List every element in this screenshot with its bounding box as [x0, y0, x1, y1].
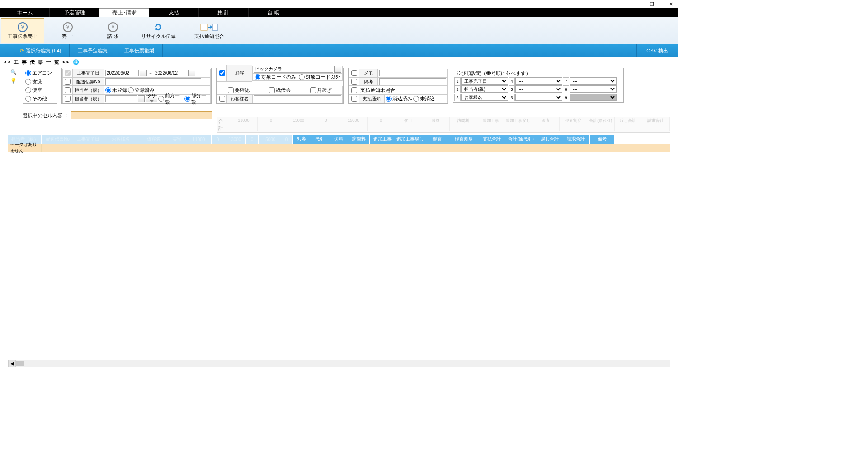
- radio-aircon[interactable]: エアコン: [24, 70, 52, 76]
- gh[interactable]: 追加工事: [370, 135, 395, 144]
- tab-payment[interactable]: 支払: [149, 8, 199, 17]
- tab-home[interactable]: ホーム: [0, 8, 50, 17]
- gh[interactable]: 合計(除代引): [505, 135, 537, 144]
- gh[interactable]: 請求合計: [562, 135, 590, 144]
- subtb-csv-export[interactable]: CSV 抽出: [636, 44, 678, 57]
- sum-cell: 追加工事: [477, 117, 505, 131]
- chk-staff-parent-reg[interactable]: [65, 87, 71, 93]
- input-custname[interactable]: [254, 95, 341, 102]
- lightbulb-icon[interactable]: 💡: [10, 78, 17, 84]
- gh[interactable]: 代引: [310, 135, 329, 144]
- yen-circle-icon: ¥: [108, 22, 118, 32]
- ribbon-recycle-slip[interactable]: リサイクル伝票: [137, 18, 180, 43]
- input-date-from[interactable]: [105, 70, 139, 76]
- subtb-duplicate-slip[interactable]: 工事伝票複製: [116, 44, 163, 57]
- gh[interactable]: 13000: [224, 135, 246, 144]
- chk-crossmonth[interactable]: 月跨ぎ: [310, 87, 332, 94]
- clear-button[interactable]: クリア: [146, 95, 157, 102]
- sort-7[interactable]: ---: [570, 77, 617, 85]
- sort-2[interactable]: 担当者(親): [461, 85, 508, 93]
- input-remarks[interactable]: [379, 78, 446, 85]
- chk-pay-notice[interactable]: [351, 96, 357, 102]
- scroll-thumb[interactable]: [16, 361, 24, 366]
- gh[interactable]: 工事完了日: [74, 135, 102, 144]
- chk-paper[interactable]: 紙伝票: [269, 87, 291, 94]
- chk-staff-parent-name[interactable]: [65, 96, 71, 102]
- gh[interactable]: 0: [246, 135, 259, 144]
- gh[interactable]: 0: [280, 135, 293, 144]
- window-close-button[interactable]: ✕: [665, 0, 676, 8]
- lbl-pay-notice: 支払通知: [359, 94, 384, 103]
- filter-date-group: 工事完了日 ⋯ ～ ⋯ 配送伝票No 担当者（親） 未登録 登録済み 担当者: [61, 68, 212, 104]
- radio-reconciled[interactable]: 消込済み: [386, 95, 412, 102]
- gh[interactable]: 配送伝票No: [42, 135, 74, 144]
- tab-aggregate[interactable]: 集 計: [199, 8, 249, 17]
- gh[interactable]: 訪問料: [348, 135, 370, 144]
- radio-unregistered[interactable]: 未登録: [105, 87, 127, 94]
- radio-target-except[interactable]: 対象コード以外: [299, 74, 340, 80]
- radio-prefix-match[interactable]: 前方一致: [158, 92, 183, 106]
- radio-target-only[interactable]: 対象コードのみ: [255, 74, 296, 80]
- subtb-edit-schedule[interactable]: 工事予定編集: [70, 44, 116, 57]
- sort-1[interactable]: 工事完了日: [461, 77, 508, 85]
- chk-completion-date[interactable]: [65, 70, 71, 76]
- sort-5[interactable]: ---: [515, 85, 562, 93]
- gh[interactable]: 11000: [186, 135, 212, 144]
- gh[interactable]: 実額: [168, 135, 186, 144]
- gh[interactable]: 現直: [425, 135, 449, 144]
- tab-schedule[interactable]: 予定管理: [50, 8, 99, 17]
- gh[interactable]: 追加工事戻し: [395, 135, 425, 144]
- window-maximize-button[interactable]: ❐: [646, 0, 657, 8]
- radio-toilet[interactable]: 便座: [24, 87, 42, 94]
- input-staff-parent[interactable]: [105, 95, 137, 102]
- staff-picker-button[interactable]: ⋯: [138, 95, 145, 102]
- sort-3[interactable]: お客様名: [461, 94, 508, 101]
- chk-remarks[interactable]: [351, 79, 357, 85]
- input-memo[interactable]: [379, 70, 446, 76]
- gh[interactable]: 送料: [329, 135, 348, 144]
- ribbon-sales[interactable]: ¥ 売 上: [46, 18, 90, 43]
- scroll-left-icon[interactable]: ◀: [9, 360, 16, 367]
- radio-other[interactable]: その他: [24, 95, 47, 102]
- sort-8[interactable]: ---: [570, 85, 617, 93]
- gh[interactable]: 備考: [590, 135, 615, 144]
- sum-cell: 戻し合計: [615, 117, 642, 131]
- globe-icon[interactable]: 🌐: [73, 59, 80, 65]
- gh[interactable]: 仮客名: [139, 135, 168, 144]
- date-picker-from-button[interactable]: ⋯: [140, 70, 147, 76]
- chk-memo[interactable]: [351, 70, 357, 76]
- customer-picker-button[interactable]: ⋯: [334, 66, 341, 73]
- gh[interactable]: 戻し合計: [537, 135, 562, 144]
- input-customer[interactable]: [254, 66, 333, 73]
- radio-dishwasher[interactable]: 食洗: [24, 78, 42, 85]
- date-picker-to-button[interactable]: ⋯: [188, 70, 195, 76]
- chk-delivery-no[interactable]: [65, 79, 71, 85]
- gh[interactable]: 支払合計: [478, 135, 505, 144]
- ribbon-billing[interactable]: ¥ 請 求: [91, 18, 135, 43]
- ribbon-payment-notice-match[interactable]: 支払通知照合: [188, 18, 231, 43]
- input-delivery-no[interactable]: [105, 78, 201, 85]
- chk-unmatched[interactable]: [351, 87, 357, 93]
- gh[interactable]: 現直割戻: [449, 135, 478, 144]
- tab-ledger[interactable]: 台 帳: [249, 8, 298, 17]
- tab-sales-billing[interactable]: 売上･請求: [99, 8, 149, 17]
- sort-4[interactable]: ---: [515, 77, 562, 85]
- window-minimize-button[interactable]: —: [627, 0, 638, 8]
- input-date-to[interactable]: [154, 70, 187, 76]
- sort-9[interactable]: [570, 94, 617, 101]
- gh[interactable]: ﾘｻ券: [293, 135, 310, 144]
- gh[interactable]: 0: [212, 135, 224, 144]
- chk-customer[interactable]: [219, 70, 225, 76]
- lbl-unmatched: 支払通知未照合: [359, 86, 448, 94]
- radio-unreconciled[interactable]: 未消込: [413, 95, 435, 102]
- subtb-edit-selected[interactable]: ⟳ 選択行編集 (F4): [0, 44, 70, 57]
- horizontal-scrollbar[interactable]: ◀: [8, 360, 670, 367]
- ribbon-construction-slip-sales[interactable]: ¥ 工事伝票売上: [1, 18, 44, 43]
- search-icon[interactable]: 🔍: [10, 69, 17, 75]
- gh[interactable]: お客様名: [102, 135, 139, 144]
- chk-custname[interactable]: [219, 96, 225, 102]
- gh[interactable]: 15000: [259, 135, 280, 144]
- radio-partial-match[interactable]: 部分一致: [184, 92, 209, 106]
- sort-6[interactable]: ---: [515, 94, 562, 101]
- chk-confirm[interactable]: 要確認: [228, 87, 250, 94]
